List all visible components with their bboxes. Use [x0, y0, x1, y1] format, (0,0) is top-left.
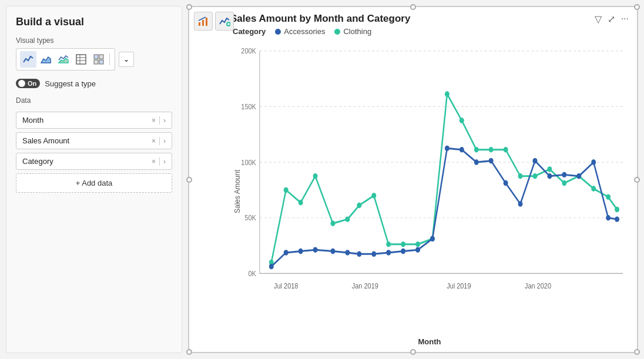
filter-icon[interactable]: ▽: [595, 14, 602, 25]
chart-actions: ▽ ⤢ ···: [595, 14, 629, 25]
chip-divider2: [159, 137, 160, 145]
add-visual-button[interactable]: [215, 12, 234, 31]
svg-point-50: [532, 173, 537, 179]
handle-mid-left[interactable]: [186, 177, 192, 183]
svg-point-44: [445, 91, 450, 96]
data-label: Data: [16, 96, 172, 105]
add-data-button[interactable]: + Add data: [16, 173, 172, 193]
visual-type-line[interactable]: [20, 51, 36, 68]
data-chip-category-actions: × ›: [152, 157, 166, 166]
expand-category-button[interactable]: ›: [163, 157, 166, 166]
legend-accessories-text: Accessories: [284, 27, 325, 36]
svg-point-36: [330, 221, 335, 226]
svg-point-58: [284, 250, 289, 255]
svg-point-48: [504, 147, 508, 152]
svg-point-42: [415, 241, 420, 247]
visual-type-matrix[interactable]: [90, 51, 107, 68]
handle-bottom-right[interactable]: [634, 349, 640, 355]
svg-point-40: [386, 241, 391, 247]
svg-text:100K: 100K: [241, 158, 256, 167]
data-chip-sales-actions: × ›: [152, 137, 166, 145]
handle-top-mid[interactable]: [410, 4, 416, 10]
suggest-toggle[interactable]: On: [16, 79, 40, 88]
expand-icon[interactable]: ⤢: [608, 14, 615, 25]
svg-point-45: [459, 118, 464, 123]
legend-clothing-text: Clothing: [343, 27, 371, 36]
svg-point-52: [562, 180, 566, 186]
svg-point-46: [474, 147, 479, 152]
svg-point-80: [606, 215, 611, 220]
svg-point-68: [430, 236, 435, 241]
visual-types-label: Visual types: [16, 36, 172, 45]
svg-point-55: [606, 194, 611, 200]
visual-type-stacked-area[interactable]: [55, 51, 72, 68]
data-chip-sales-label: Sales Amount: [22, 136, 69, 145]
svg-rect-10: [199, 22, 200, 26]
expand-sales-button[interactable]: ›: [163, 137, 166, 145]
svg-point-73: [504, 180, 508, 186]
svg-point-72: [489, 158, 494, 163]
svg-text:200K: 200K: [241, 47, 256, 56]
svg-rect-7: [99, 55, 103, 59]
svg-point-47: [489, 147, 494, 152]
svg-text:Jul 2019: Jul 2019: [447, 282, 471, 291]
more-icon[interactable]: ···: [621, 14, 629, 24]
svg-point-71: [474, 159, 479, 165]
x-axis-label: Month: [230, 337, 629, 346]
toggle-label: On: [28, 80, 36, 87]
toggle-circle: [18, 80, 25, 87]
svg-text:Jan 2020: Jan 2020: [525, 282, 551, 291]
expand-month-button[interactable]: ›: [163, 116, 166, 125]
svg-rect-2: [76, 55, 86, 64]
svg-point-67: [415, 247, 420, 252]
svg-rect-6: [94, 55, 98, 59]
svg-point-74: [518, 201, 523, 206]
legend-dot-clothing: [334, 29, 340, 35]
remove-sales-button[interactable]: ×: [152, 137, 156, 145]
remove-month-button[interactable]: ×: [152, 116, 156, 125]
svg-point-65: [386, 250, 391, 255]
remove-category-button[interactable]: ×: [152, 157, 156, 166]
svg-point-41: [401, 241, 405, 247]
svg-marker-0: [41, 57, 51, 63]
visual-type-table[interactable]: [73, 51, 89, 68]
handle-bottom-mid[interactable]: [410, 349, 416, 355]
data-chip-month-actions: × ›: [152, 116, 166, 125]
data-chip-category-label: Category: [22, 157, 53, 166]
svg-point-49: [518, 173, 523, 179]
legend-dot-accessories: [275, 29, 281, 35]
data-section: Data Month × › Sales Amount × › Category: [16, 96, 172, 193]
svg-point-79: [591, 159, 596, 165]
svg-point-70: [459, 147, 464, 152]
svg-point-60: [313, 247, 318, 252]
y-axis-label: Sales Amount: [233, 156, 242, 227]
svg-point-78: [576, 173, 581, 179]
svg-text:Jul 2018: Jul 2018: [274, 282, 298, 291]
svg-point-37: [345, 216, 350, 222]
handle-top-right[interactable]: [634, 4, 640, 10]
chart-type-toolbar: [194, 12, 234, 31]
handle-top-left[interactable]: [186, 4, 192, 10]
svg-point-62: [345, 250, 350, 255]
svg-text:50K: 50K: [244, 214, 256, 223]
svg-point-59: [298, 249, 303, 254]
svg-point-61: [330, 249, 335, 254]
svg-point-57: [269, 264, 274, 269]
visual-type-area[interactable]: [38, 51, 54, 68]
svg-point-51: [547, 166, 552, 172]
build-visual-panel: Build a visual Visual types: [6, 6, 182, 353]
svg-text:Jan 2019: Jan 2019: [352, 282, 378, 291]
svg-point-64: [371, 251, 376, 257]
svg-rect-11: [202, 20, 204, 26]
chart-icon-button[interactable]: [194, 12, 213, 31]
svg-rect-9: [99, 60, 103, 64]
visual-types-section: Visual types: [16, 36, 172, 71]
svg-point-34: [298, 200, 303, 205]
handle-bottom-left[interactable]: [186, 349, 192, 355]
data-chip-sales: Sales Amount × ›: [16, 132, 172, 149]
more-visual-types-button[interactable]: ⌄: [119, 52, 134, 67]
svg-point-38: [357, 203, 361, 208]
handle-mid-right[interactable]: [634, 177, 640, 183]
svg-point-33: [284, 187, 289, 193]
type-divider: [109, 53, 110, 65]
